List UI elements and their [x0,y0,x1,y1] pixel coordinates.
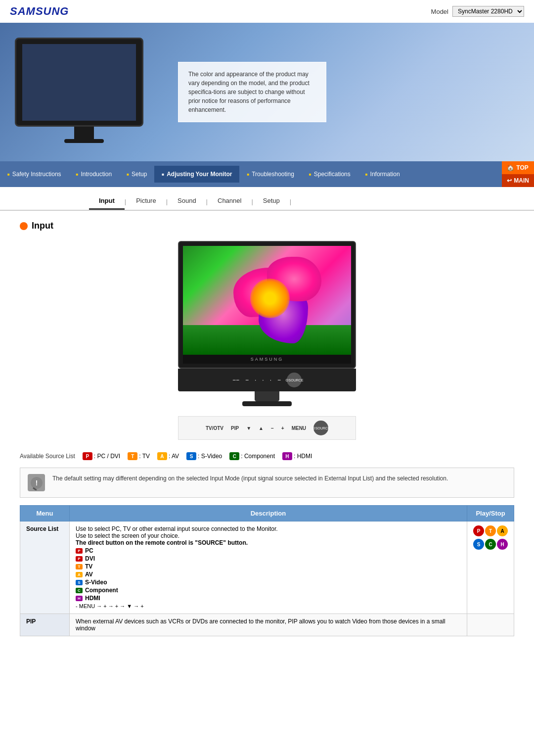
model-label: Model [431,8,448,15]
small-icon-p2: P [76,556,83,562]
source-list-row: Available Source List P: PC / DVI T: TV … [20,452,514,460]
remote-menu[interactable]: MENU [292,425,306,431]
sep5: | [290,198,291,205]
remote-tvotv[interactable]: TV/OTV [206,425,223,431]
play-icons2: S C H [473,539,508,550]
desc-pip: When external AV devices such as VCRs or… [70,614,467,636]
list-tv: T TV [76,563,461,570]
main-icon: ↩ [507,177,512,184]
main-content: Input SAMSUNG −− − · · · − ⊙SOURCE [0,211,534,646]
tab-setup[interactable]: Setup [253,193,290,210]
note-box: ! The default setting may different depe… [20,468,514,498]
model-dropdown[interactable]: SyncMaster 2280HD [452,6,524,17]
tab-input[interactable]: Input [89,193,125,210]
nav-troubleshooting[interactable]: Troubleshooting [239,166,301,183]
section-title: Input [20,221,514,231]
ctrl-btn-2[interactable]: − [245,377,249,383]
play-sourcelist: P T A S C H [467,521,514,614]
nav-specifications[interactable]: Specifications [302,166,358,183]
nav-wrapper: Safety Instructions Introduction Setup A… [0,161,534,187]
ctrl-btn-6[interactable]: − [277,377,281,383]
header: SAMSUNG Model SyncMaster 2280HD [0,0,534,23]
remote-up[interactable]: ▲ [259,425,264,431]
hero-monitor [15,38,153,146]
tab-channel[interactable]: Channel [208,193,251,210]
pi-h: H [497,539,508,550]
main-button[interactable]: ↩ MAIN [502,174,534,187]
top-button[interactable]: 🏠 TOP [502,161,534,174]
small-icon-a: A [76,572,83,577]
list-dvi: P DVI [76,555,461,562]
hero-text: The color and appearance of the product … [178,62,326,122]
small-icon-t: T [76,564,83,569]
display-controls: −− − · · · − ⊙SOURCE [178,369,356,391]
pi-p: P [473,525,484,536]
nav-bar: Safety Instructions Introduction Setup A… [0,161,502,187]
th-description: Description [70,506,467,521]
list-component: C Component [76,587,461,594]
top-icon: 🏠 [507,164,514,171]
desc-sourcelist: Use to select PC, TV or other external i… [70,521,467,614]
pi-a: A [497,525,508,536]
model-selector: Model SyncMaster 2280HD [431,6,524,17]
source-svideo: S: S-Video [186,452,222,460]
sub-nav: Input | Picture | Sound | Channel | Setu… [0,187,534,211]
monitor-screen [22,44,136,121]
svg-text:!: ! [35,479,38,487]
small-icon-h: H [76,596,83,601]
samsung-logo: SAMSUNG [10,5,69,18]
source-list-label: Available Source List [20,453,75,460]
monitor-outer [15,38,143,127]
th-menu: Menu [20,506,70,521]
ctrl-btn-4[interactable]: · [262,377,264,383]
source-component: C: Component [229,452,275,460]
list-svideo: S S-Video [76,579,461,586]
nav-safety[interactable]: Safety Instructions [0,166,69,183]
menu-pip: PIP [20,614,70,636]
ctrl-btn-3[interactable]: · [255,377,256,383]
note-text: The default setting may different depend… [52,474,448,483]
pi-t: T [485,525,496,536]
side-buttons: 🏠 TOP ↩ MAIN [502,161,534,187]
monitor-stand [74,127,94,139]
menu-sourcelist: Source List [20,521,70,614]
remote-source[interactable]: ⊙SOURCE [313,421,328,435]
ctrl-source[interactable]: ⊙SOURCE [287,373,302,387]
source-pc: P: PC / DVI [83,452,120,460]
tab-sound[interactable]: Sound [168,193,206,210]
info-table: Menu Description Play/Stop Source List U… [20,505,514,636]
pi-s: S [473,539,484,550]
list-av: A AV [76,571,461,578]
monitor-display: SAMSUNG −− − · · · − ⊙SOURCE [178,241,356,406]
nav-information[interactable]: Information [358,166,407,183]
flower-image [183,246,351,355]
remote-pip[interactable]: PIP [231,425,239,431]
icon-p: P [83,452,92,460]
th-playstop: Play/Stop [467,506,514,521]
ctrl-btn-1[interactable]: −− [232,377,239,383]
small-icon-p: P [76,548,83,554]
list-hdmi: H HDMI [76,595,461,602]
icon-a: A [157,452,167,460]
ctrl-btn-5[interactable]: · [270,377,271,383]
list-pc: P PC [76,547,461,554]
remote-plus[interactable]: + [281,425,284,431]
remote-down[interactable]: ▼ [246,425,251,431]
monitor-base [64,139,104,143]
nav-introduction[interactable]: Introduction [69,166,120,183]
flower-center [250,279,290,318]
small-icon-c: C [76,588,83,593]
hero-banner: The color and appearance of the product … [0,23,534,161]
source-tv: T: TV [128,452,150,460]
remote-minus[interactable]: − [271,425,274,431]
nav-adjusting[interactable]: Adjusting Your Monitor [154,166,239,183]
nav-setup[interactable]: Setup [119,166,154,183]
small-icon-s: S [76,580,83,585]
monitor-stand2 [255,391,279,401]
tab-picture[interactable]: Picture [126,193,166,210]
title-dot [20,222,28,230]
source-av: A: AV [157,452,179,460]
icon-s: S [186,452,196,460]
table-row-sourcelist: Source List Use to select PC, TV or othe… [20,521,514,614]
display-screen-wrap: SAMSUNG [178,241,356,369]
